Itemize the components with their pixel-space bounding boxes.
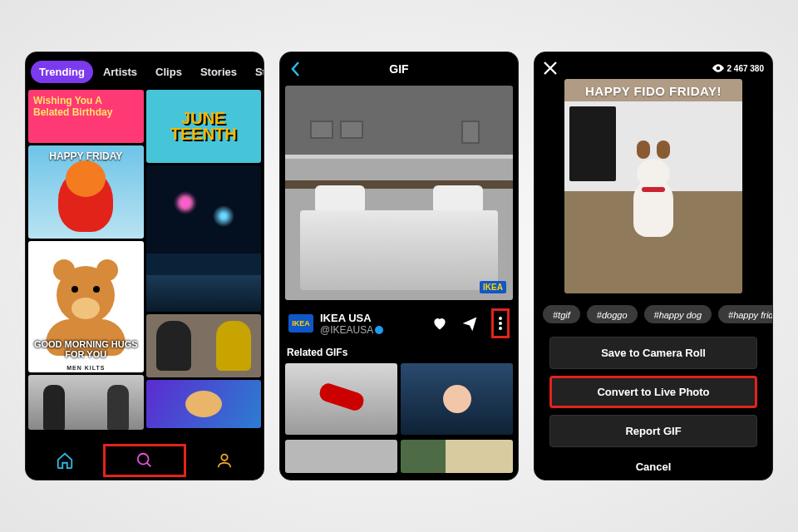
author-handle[interactable]: @IKEAUSA xyxy=(320,324,373,336)
eye-icon xyxy=(712,64,724,72)
close-icon xyxy=(543,61,558,76)
tag-chip[interactable]: #tgif xyxy=(543,305,580,323)
sheet-header: 2 467 380 xyxy=(534,52,772,79)
svg-line-1 xyxy=(147,463,151,467)
gif-main-image[interactable]: IKEA xyxy=(285,86,513,300)
convert-live-photo-button[interactable]: Convert to Live Photo xyxy=(549,376,757,408)
tag-chip[interactable]: #happy friday xyxy=(718,305,772,323)
bottom-nav xyxy=(26,441,264,480)
gif-tile-cats[interactable] xyxy=(146,380,262,428)
author-name[interactable]: IKEA USA xyxy=(320,312,372,324)
chevron-left-icon xyxy=(290,61,302,77)
close-button[interactable] xyxy=(543,61,558,76)
brand-badge: IKEA xyxy=(480,281,506,293)
svg-point-2 xyxy=(222,455,228,461)
tab-stickers[interactable]: Stickers xyxy=(247,61,264,83)
author-row: IKEA IKEA USA @IKEAUSA xyxy=(280,300,518,347)
tile-caption: Wishing You A Belated Birthday xyxy=(33,95,139,118)
view-count: 2 467 380 xyxy=(712,64,765,73)
tag-row: #tgif #doggo #happy dog #happy friday xyxy=(534,293,772,333)
more-options-button[interactable] xyxy=(491,308,510,338)
author-avatar[interactable]: IKEA xyxy=(288,314,313,332)
related-gif[interactable] xyxy=(401,440,513,473)
nav-profile[interactable] xyxy=(186,441,264,480)
gif-grid: Wishing You A Belated Birthday HAPPY FRI… xyxy=(26,90,264,441)
back-button[interactable] xyxy=(290,61,302,77)
verified-icon xyxy=(375,326,383,334)
detail-header: GIF xyxy=(280,52,518,86)
gif-tile-kilts[interactable] xyxy=(28,375,144,430)
send-icon xyxy=(461,315,478,332)
related-gif[interactable] xyxy=(285,363,397,435)
tab-stories[interactable]: Stories xyxy=(192,61,245,83)
gif-title: HAPPY FIDO FRIDAY! xyxy=(564,79,742,101)
gif-preview-card[interactable]: HAPPY FIDO FRIDAY! WestJet xyxy=(564,79,742,293)
heart-icon xyxy=(431,315,448,332)
page-title: GIF xyxy=(389,62,408,76)
tile-footer: MEN KILTS xyxy=(66,365,105,371)
related-grid xyxy=(280,363,518,480)
related-label: Related GIFs xyxy=(280,347,518,363)
tile-caption: JUNE TEENTH xyxy=(146,111,262,142)
nav-home[interactable] xyxy=(26,441,103,480)
tab-trending[interactable]: Trending xyxy=(31,61,93,83)
search-icon xyxy=(135,451,154,470)
category-tabs: Trending Artists Clips Stories Stickers xyxy=(26,52,264,90)
report-gif-button[interactable]: Report GIF xyxy=(549,415,757,447)
phone-action-sheet: 2 467 380 HAPPY FIDO FRIDAY! WestJet #tg… xyxy=(534,52,773,480)
related-gif[interactable] xyxy=(401,363,513,435)
user-icon xyxy=(215,451,234,470)
gif-tile-bear[interactable]: GOOD MORNING HUGS FOR YOU MEN KILTS xyxy=(28,241,144,372)
home-icon xyxy=(56,451,74,470)
gif-tile-happy-friday[interactable]: HAPPY FRIDAY xyxy=(28,145,144,239)
related-gif[interactable] xyxy=(285,440,397,473)
tag-chip[interactable]: #happy dog xyxy=(644,305,712,323)
phone-gif-detail: GIF IKEA IKEA IKEA USA @IKEAUSA Related … xyxy=(279,52,519,480)
svg-point-0 xyxy=(138,454,149,465)
tile-caption: HAPPY FRIDAY xyxy=(49,150,122,162)
gif-tile-juneteenth[interactable]: JUNE TEENTH xyxy=(146,90,262,163)
save-camera-roll-button[interactable]: Save to Camera Roll xyxy=(549,337,757,369)
phone-trending: Trending Artists Clips Stories Stickers … xyxy=(25,52,264,480)
like-button[interactable] xyxy=(431,315,455,332)
tab-artists[interactable]: Artists xyxy=(95,61,145,83)
cancel-button[interactable]: Cancel xyxy=(534,451,772,480)
tile-caption: GOOD MORNING HUGS FOR YOU xyxy=(28,339,144,359)
gif-tile-argue[interactable] xyxy=(146,314,262,377)
nav-search[interactable] xyxy=(103,444,185,477)
gif-tile-birthday[interactable]: Wishing You A Belated Birthday xyxy=(28,90,144,143)
gif-tile-fireworks[interactable] xyxy=(146,165,262,312)
tag-chip[interactable]: #doggo xyxy=(587,305,638,323)
share-button[interactable] xyxy=(461,315,485,332)
gif-image: WestJet xyxy=(564,101,742,293)
tab-clips[interactable]: Clips xyxy=(147,61,190,83)
